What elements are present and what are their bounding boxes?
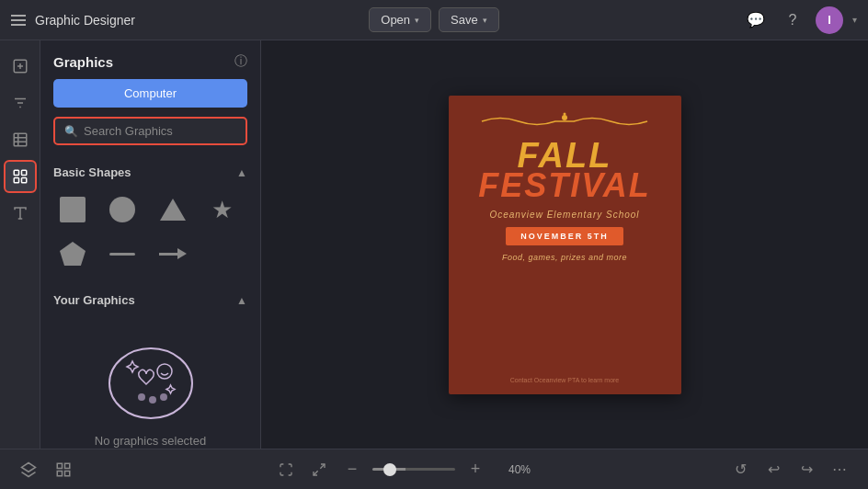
your-graphics-content: No graphics selected — [40, 314, 260, 449]
computer-button[interactable]: Computer — [53, 79, 247, 108]
canvas-area[interactable]: FALL FESTIVAL Oceanview Elementary Schoo… — [261, 40, 868, 449]
rail-upload-icon[interactable] — [4, 50, 37, 83]
poster-decoration — [463, 112, 667, 132]
zoom-percent: 40% — [496, 463, 531, 476]
refresh-icon[interactable]: ↺ — [726, 456, 754, 483]
svg-point-14 — [138, 393, 145, 401]
grid-icon[interactable] — [50, 456, 77, 483]
collapse-icon: ▲ — [236, 294, 247, 307]
chevron-down-icon: ▾ — [415, 16, 419, 25]
help-icon[interactable]: ? — [779, 6, 806, 34]
chevron-down-icon: ▾ — [483, 16, 487, 25]
topbar-left: Graphic Designer — [11, 13, 369, 28]
svg-point-18 — [564, 112, 566, 115]
svg-point-16 — [160, 393, 167, 401]
zoom-out-button[interactable]: − — [339, 457, 365, 483]
shape-square[interactable] — [53, 190, 92, 229]
svg-line-24 — [320, 464, 325, 469]
poster-footer: Contact Oceanview PTA to learn more — [449, 377, 681, 383]
search-graphics-input[interactable]: 🔍 Search Graphics — [53, 117, 247, 145]
topbar-center: Open ▾ Save ▾ — [369, 7, 498, 32]
shape-arrow[interactable] — [154, 234, 192, 273]
rail-graphics-icon[interactable] — [4, 160, 37, 193]
poster-desc: Food, games, prizes and more — [502, 253, 627, 262]
svg-rect-23 — [65, 471, 70, 475]
shape-circle[interactable] — [103, 190, 142, 229]
sidebar-header: Graphics ⓘ — [40, 40, 260, 79]
zoom-slider[interactable] — [372, 468, 455, 471]
open-button[interactable]: Open ▾ — [369, 7, 431, 32]
svg-rect-21 — [65, 463, 70, 468]
poster-title-festival: FESTIVAL — [478, 169, 650, 202]
svg-marker-19 — [22, 462, 36, 472]
your-graphics-section[interactable]: Your Graphics ▲ — [40, 286, 260, 314]
rail-layout-icon[interactable] — [4, 123, 37, 156]
app-title: Graphic Designer — [35, 13, 135, 28]
expand-icon[interactable] — [273, 457, 299, 483]
info-icon[interactable]: ⓘ — [234, 53, 247, 70]
comment-icon[interactable]: 💬 — [742, 6, 770, 34]
sidebar-panel: Graphics ⓘ Computer 🔍 Search Graphics Ba… — [40, 40, 261, 449]
shape-line[interactable] — [103, 234, 142, 273]
svg-rect-4 — [14, 133, 27, 146]
collapse-icon: ▲ — [236, 166, 247, 179]
save-button[interactable]: Save ▾ — [439, 7, 499, 32]
shape-triangle[interactable] — [154, 190, 192, 229]
undo-button[interactable]: ↩ — [760, 456, 787, 483]
bottombar: − + 40% ↺ ↩ ↪ ⋯ — [0, 449, 868, 489]
resize-icon[interactable] — [306, 457, 332, 483]
bottom-right-actions: ↺ ↩ ↪ ⋯ — [726, 456, 853, 483]
shape-pentagon[interactable] — [53, 234, 92, 273]
basic-shapes-label: Basic Shapes — [53, 165, 131, 179]
svg-point-15 — [149, 396, 156, 404]
svg-point-12 — [109, 348, 192, 418]
redo-button[interactable]: ↪ — [793, 456, 820, 483]
rail-filter-icon[interactable] — [4, 86, 37, 119]
topbar: Graphic Designer Open ▾ Save ▾ 💬 ? I ▾ — [0, 0, 868, 40]
rail-text-icon[interactable] — [4, 197, 37, 230]
main-area: Graphics ⓘ Computer 🔍 Search Graphics Ba… — [0, 40, 868, 449]
avatar[interactable]: I — [816, 6, 843, 34]
svg-point-13 — [157, 364, 172, 379]
more-options-icon[interactable]: ⋯ — [826, 456, 853, 483]
basic-shapes-section[interactable]: Basic Shapes ▲ — [40, 158, 260, 187]
sidebar-title: Graphics — [53, 54, 113, 70]
svg-line-25 — [314, 471, 318, 475]
bottom-left-tools — [15, 456, 77, 483]
no-graphics-illustration — [96, 333, 206, 425]
no-graphics-text: No graphics selected — [95, 434, 206, 448]
svg-point-17 — [562, 115, 567, 120]
svg-rect-20 — [57, 463, 62, 468]
hamburger-icon[interactable] — [11, 15, 26, 26]
svg-rect-8 — [14, 170, 18, 175]
svg-rect-22 — [57, 471, 62, 475]
shapes-grid: ★ — [40, 187, 260, 286]
poster-subtitle: Oceanview Elementary School — [489, 210, 639, 220]
zoom-slider-wrap — [372, 468, 455, 471]
canvas-wrapper: FALL FESTIVAL Oceanview Elementary Schoo… — [449, 96, 681, 394]
chevron-down-icon[interactable]: ▾ — [852, 15, 857, 25]
search-placeholder: Search Graphics — [84, 124, 173, 138]
shape-star[interactable]: ★ — [203, 190, 242, 229]
svg-rect-9 — [21, 170, 26, 175]
svg-rect-11 — [21, 178, 26, 183]
poster-date-banner: NOVEMBER 5TH — [506, 227, 623, 245]
svg-rect-10 — [14, 178, 18, 183]
poster-canvas[interactable]: FALL FESTIVAL Oceanview Elementary Schoo… — [449, 96, 681, 394]
topbar-right: 💬 ? I ▾ — [499, 6, 857, 34]
zoom-controls: − + 40% — [273, 457, 531, 483]
zoom-in-button[interactable]: + — [463, 457, 488, 483]
icon-rail — [0, 40, 40, 449]
no-graphics-area: No graphics selected — [53, 314, 247, 449]
search-icon: 🔍 — [64, 125, 78, 138]
layers-icon[interactable] — [15, 456, 42, 483]
your-graphics-label: Your Graphics — [53, 293, 135, 307]
